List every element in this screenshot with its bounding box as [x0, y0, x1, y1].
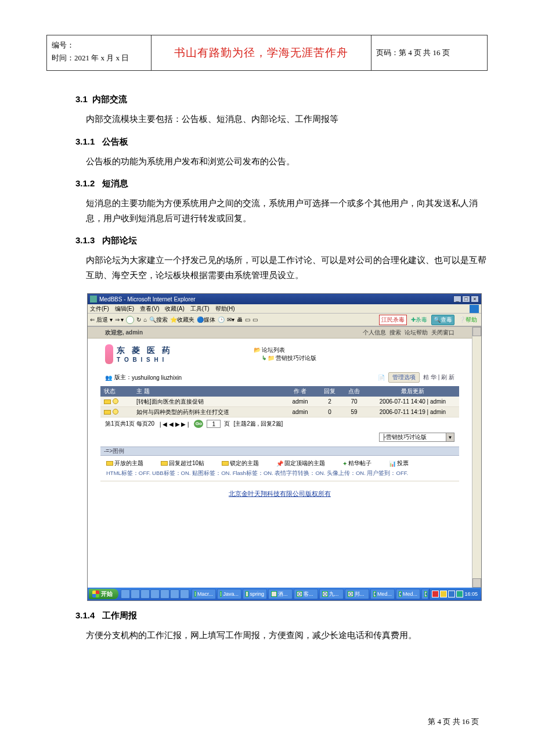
- row-subject[interactable]: [转帖]面向医生的直接促销: [133, 398, 283, 406]
- taskbar-item[interactable]: Java...: [217, 589, 241, 599]
- taskbar-item[interactable]: 九...: [319, 589, 344, 599]
- history-icon[interactable]: 🕒: [218, 316, 225, 323]
- folder-icon: 📁: [268, 354, 275, 362]
- tray-icon[interactable]: [456, 591, 463, 597]
- forum-copyright: 北京金叶天翔科技有限公司版权所有: [88, 489, 472, 498]
- scroll-up-icon[interactable]: [472, 327, 481, 336]
- browser-viewport: 欢迎您, admin 个人信息 搜索 论坛帮助 关闭窗口 东 菱 医 药 T O…: [88, 326, 481, 588]
- ql-icon[interactable]: [121, 589, 130, 599]
- taskbar-item[interactable]: spring: [243, 589, 267, 599]
- board-dropdown[interactable]: ├营销技巧讨论版 ▼: [379, 433, 454, 442]
- taskbar-item[interactable]: Med...: [370, 589, 395, 599]
- window-controls: _ □ ×: [453, 296, 479, 303]
- menu-file[interactable]: 文件(F): [90, 305, 109, 313]
- system-tray: 16:05: [429, 589, 480, 599]
- header-center-cell: 书山有路勤为径，学海无涯苦作舟: [151, 35, 371, 70]
- tray-icon[interactable]: [440, 591, 447, 597]
- mail-icon[interactable]: ✉▾: [227, 316, 234, 323]
- media-button[interactable]: 🔵媒体: [197, 316, 215, 324]
- toolbar-help-button[interactable]: ❔帮助: [457, 315, 479, 325]
- ql-icon[interactable]: [131, 589, 140, 599]
- forum-screenshot-embed: MedBBS - Microsoft Internet Explorer _ □…: [87, 293, 482, 601]
- document-page: 编号： 时间：2021 年 x 月 x 日 书山有路勤为径，学海无涯苦作舟 页码…: [0, 0, 534, 756]
- row-hits: 70: [342, 398, 366, 405]
- favorites-button[interactable]: ⭐收藏夹: [170, 316, 194, 324]
- taskbar-item[interactable]: Med...: [396, 589, 420, 599]
- search-link[interactable]: 搜索: [389, 329, 401, 337]
- kill-virus-button[interactable]: ✚杀毒: [409, 315, 429, 325]
- document-body: 3.1 内部交流 内部交流模块主要包括：公告板、短消息、内部论坛、工作周报等 3…: [46, 94, 488, 643]
- breadcrumb-root[interactable]: 论坛列表: [262, 346, 285, 354]
- taskbar-item[interactable]: 客...: [294, 589, 318, 599]
- row-author: admin: [283, 398, 317, 405]
- menu-view[interactable]: 查看(V): [140, 305, 159, 313]
- forward-button[interactable]: ⇒ ▾: [115, 316, 124, 323]
- folder-icon: 📂: [254, 346, 261, 354]
- scroll-down-icon[interactable]: [472, 578, 481, 588]
- menu-help[interactable]: 帮助(H): [215, 305, 235, 313]
- page-footer: 第 4 页 共 16 页: [428, 717, 479, 727]
- stop-icon[interactable]: [126, 316, 134, 324]
- ql-icon[interactable]: [180, 589, 189, 599]
- quick-launch: [121, 589, 189, 599]
- th-last: 最后更新: [366, 387, 459, 395]
- start-button[interactable]: 开始: [89, 589, 118, 599]
- legend-open: 开放的主题: [114, 459, 143, 467]
- row-author: admin: [283, 409, 317, 415]
- menu-tools[interactable]: 工具(T): [190, 305, 210, 313]
- ql-icon[interactable]: [160, 589, 169, 599]
- row-subject[interactable]: 如何与四种类型的药剂科主任打交道: [133, 408, 283, 416]
- minimize-button[interactable]: _: [453, 296, 461, 303]
- vertical-scrollbar[interactable]: [472, 327, 481, 588]
- home-icon[interactable]: ⌂: [143, 316, 147, 323]
- tray-icon[interactable]: [448, 591, 455, 597]
- app-toolbar: ⇐ 后退 ▾ ⇒ ▾ ↻ ⌂ 🔍搜索 ⭐收藏夹 🔵媒体 🕒 ✉▾ 🖶 ▭ ▭ 江…: [88, 314, 481, 326]
- print-icon[interactable]: 🖶: [237, 316, 243, 323]
- window-titlebar: MedBBS - Microsoft Internet Explorer _ □…: [88, 294, 481, 304]
- taskbar-item[interactable]: Macr...: [192, 589, 216, 599]
- maximize-button[interactable]: □: [462, 296, 470, 303]
- refresh-elite-links[interactable]: 精 华 | 刷 新: [423, 373, 454, 381]
- manage-options-button[interactable]: 管理选项: [388, 372, 420, 383]
- menu-favorites[interactable]: 收藏(A): [165, 305, 184, 313]
- ql-icon[interactable]: [150, 589, 160, 599]
- close-button[interactable]: ×: [471, 296, 479, 303]
- tray-icon[interactable]: [432, 591, 439, 597]
- pager-nav-buttons[interactable]: ❘◀ ◀ ▶ ▶❘: [158, 421, 190, 427]
- discuss-icon[interactable]: ▭: [252, 316, 258, 323]
- moderator-names: yushuilong liuzhixin: [132, 375, 182, 381]
- legend-elite: 精华帖子: [348, 459, 371, 467]
- scan-virus-button[interactable]: 🔍查毒: [431, 315, 454, 325]
- ie-logo-icon: [470, 305, 479, 313]
- legend-lock: 锁定的主题: [230, 459, 259, 467]
- chevron-down-icon: ▼: [446, 433, 454, 441]
- edit-icon[interactable]: ▭: [245, 316, 250, 323]
- pager-go-button[interactable]: Go: [194, 420, 203, 428]
- back-button[interactable]: ⇐ 后退 ▾: [90, 316, 113, 324]
- pager-page-input[interactable]: [207, 420, 221, 428]
- ql-icon[interactable]: [140, 589, 150, 599]
- taskbar-item[interactable]: Med...: [421, 589, 428, 599]
- taskbar-item[interactable]: 邦...: [345, 589, 369, 599]
- legend-vote: 投票: [397, 459, 409, 467]
- logo-title-cn: 东 菱 医 药: [117, 345, 172, 355]
- table-row[interactable]: [转帖]面向医生的直接促销 admin 2 70 2006-07-11 14:4…: [100, 397, 459, 407]
- smile-icon: [113, 398, 118, 404]
- menu-edit[interactable]: 编辑(E): [115, 305, 134, 313]
- pin-icon: 📌: [276, 460, 283, 467]
- forum-help-link[interactable]: 论坛帮助: [405, 329, 428, 337]
- search-button[interactable]: 🔍搜索: [149, 316, 168, 324]
- antivirus-label[interactable]: 江民杀毒: [379, 315, 407, 325]
- table-row[interactable]: 如何与四种类型的药剂科主任打交道 admin 0 59 2006-07-11 1…: [100, 407, 459, 417]
- taskbar-item[interactable]: 酒...: [268, 589, 293, 599]
- ql-icon[interactable]: [170, 589, 179, 599]
- close-window-link[interactable]: 关闭窗口: [431, 329, 454, 337]
- task-app-icon: [194, 591, 196, 597]
- refresh-icon[interactable]: ↻: [136, 316, 141, 323]
- breadcrumb-board[interactable]: 营销技巧讨论版: [276, 354, 316, 362]
- copyright-link[interactable]: 北京金叶天翔科技有限公司版权所有: [229, 490, 331, 497]
- envelope-hot-icon: [161, 461, 168, 466]
- thread-table: 状态 主 题 作 者 回复 点击 最后更新 [转帖]面向医生的直接促销 admi…: [100, 386, 459, 417]
- profile-link[interactable]: 个人信息: [363, 329, 386, 337]
- moderator-icon: 👥: [105, 375, 112, 381]
